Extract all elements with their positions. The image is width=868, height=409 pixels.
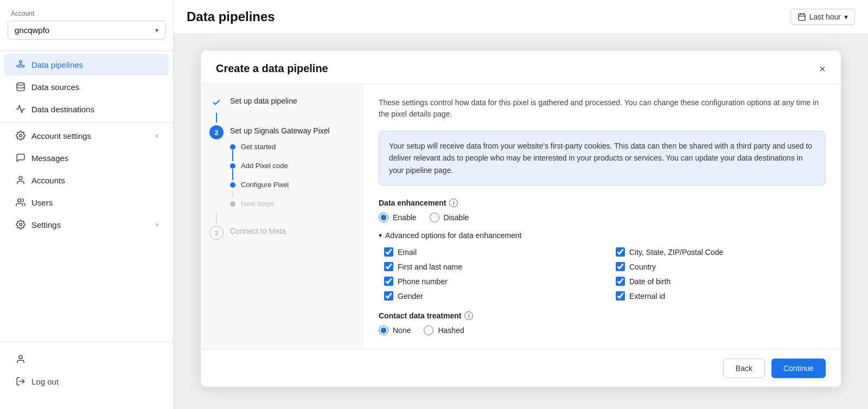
radio-disable-input[interactable]: [430, 213, 439, 222]
svg-point-6: [19, 355, 22, 359]
chevron-down-icon: ▾: [155, 27, 158, 34]
step-3: 3 Connect to Meta: [209, 225, 354, 240]
modal-body: Set up data pipeline 2 Set up Signals Ga…: [201, 84, 841, 349]
svg-point-4: [18, 199, 21, 202]
sidebar-item-data-sources[interactable]: Data sources: [4, 76, 169, 98]
radio-hashed-label: Hashed: [438, 326, 464, 335]
destination-icon: [15, 104, 26, 114]
checkbox-city-state-zip[interactable]: City, State, ZIP/Postal Code: [616, 247, 826, 257]
contact-data-radio-group: None Hashed: [379, 325, 826, 335]
checkbox-email[interactable]: Email: [384, 247, 594, 257]
checkbox-gender-input[interactable]: [384, 291, 393, 301]
chevron-right-icon-2: ›: [156, 221, 158, 228]
gear-icon: [15, 220, 26, 229]
sidebar-item-label: Data sources: [31, 82, 79, 92]
step-2-indicator: 2: [209, 125, 224, 139]
checkbox-grid: Email City, State, ZIP/Postal Code First…: [379, 247, 826, 301]
radio-enable-input[interactable]: [379, 213, 388, 222]
sidebar-item-label: Log out: [31, 377, 59, 386]
checkbox-email-input[interactable]: [384, 247, 393, 257]
svg-point-5: [20, 223, 22, 226]
steps-panel: Set up data pipeline 2 Set up Signals Ga…: [201, 84, 363, 349]
page-title: Data pipelines: [187, 9, 275, 24]
checkbox-first-last-name[interactable]: First and last name: [384, 262, 594, 271]
radio-hashed[interactable]: Hashed: [424, 325, 464, 335]
step-3-label: Connect to Meta: [230, 225, 286, 235]
checkbox-first-last-name-input[interactable]: [384, 262, 393, 271]
svg-point-2: [20, 135, 22, 137]
radio-disable[interactable]: Disable: [430, 213, 469, 222]
advanced-toggle[interactable]: ▾ Advanced options for data enhancement: [379, 231, 826, 240]
sub-step-label-3: Configure Pixel: [241, 181, 289, 189]
sidebar-item-label: Data destinations: [31, 105, 94, 114]
content-description: These settings control how data for this…: [379, 97, 826, 120]
sidebar-item-messages[interactable]: Messages: [4, 147, 169, 169]
main-header: Data pipelines Last hour ▾: [174, 0, 868, 34]
sidebar-item-account-settings[interactable]: Account settings ›: [4, 125, 169, 146]
checkbox-dob[interactable]: Date of birth: [616, 277, 826, 286]
sidebar-bottom: Log out: [0, 342, 173, 398]
step-2-label: Set up Signals Gateway Pixel: [230, 125, 330, 135]
logout-icon: [15, 376, 26, 386]
radio-none-input[interactable]: [379, 325, 388, 335]
sidebar-item-label: Accounts: [31, 176, 65, 185]
main-content: Create a data pipeline × Set up data pip…: [174, 34, 868, 409]
content-panel: These settings control how data for this…: [363, 84, 841, 349]
sub-step-dot-4: [230, 201, 235, 207]
sub-step-dot-2: [230, 163, 235, 169]
sub-step-get-started: Get started: [230, 143, 354, 151]
sidebar-item-users[interactable]: Users: [4, 191, 169, 213]
radio-hashed-input[interactable]: [424, 325, 433, 335]
sidebar-item-logout[interactable]: Log out: [4, 370, 169, 392]
close-button[interactable]: ×: [819, 63, 826, 74]
sidebar-item-settings[interactable]: Settings ›: [4, 214, 169, 235]
checkbox-phone-input[interactable]: [384, 277, 393, 286]
step-1-connector: [216, 113, 217, 123]
checkbox-dob-label: Date of birth: [629, 277, 671, 286]
sidebar-item-label: Data pipelines: [31, 60, 83, 69]
radio-none[interactable]: None: [379, 325, 411, 335]
sidebar-divider: [0, 50, 173, 51]
main-area: Data pipelines Last hour ▾ Create a data…: [174, 0, 868, 409]
data-enhancement-radio-group: Enable Disable: [379, 213, 826, 222]
modal-title: Create a data pipeline: [216, 62, 328, 75]
checkbox-country[interactable]: Country: [616, 262, 826, 271]
account-selector[interactable]: gncqwpfo ▾: [8, 21, 165, 40]
sub-connector-3: [232, 191, 233, 197]
message-icon: [15, 153, 26, 163]
sidebar-item-data-destinations[interactable]: Data destinations: [4, 98, 169, 120]
account-icon: [15, 175, 26, 185]
modal-header: Create a data pipeline ×: [201, 50, 841, 84]
pipeline-icon: [15, 60, 26, 69]
sub-step-label-1: Get started: [241, 143, 276, 151]
sidebar-item-profile[interactable]: [4, 348, 169, 370]
sub-step-dot-1: [230, 144, 235, 150]
sub-step-label-2: Add Pixel code: [241, 162, 288, 170]
sub-step-next: Next steps: [230, 200, 354, 208]
time-selector[interactable]: Last hour ▾: [790, 9, 855, 25]
checkbox-external-id[interactable]: External id: [616, 291, 826, 301]
sidebar-nav: Data pipelines Data sources Data destina…: [0, 53, 173, 336]
step-1-label: Set up data pipeline: [230, 95, 297, 105]
checkbox-dob-input[interactable]: [616, 277, 625, 286]
step-2: 2 Set up Signals Gateway Pixel: [209, 125, 354, 139]
radio-enable[interactable]: Enable: [379, 213, 417, 222]
checkbox-phone[interactable]: Phone number: [384, 277, 594, 286]
radio-disable-label: Disable: [444, 213, 469, 222]
sidebar-item-label: Users: [31, 198, 53, 207]
sidebar-item-accounts[interactable]: Accounts: [4, 169, 169, 191]
advanced-toggle-label: Advanced options for data enhancement: [385, 231, 521, 240]
checkbox-phone-label: Phone number: [398, 277, 448, 286]
chevron-down-icon-3: ▾: [379, 232, 382, 239]
checkbox-external-id-input[interactable]: [616, 291, 625, 301]
checkbox-country-input[interactable]: [616, 262, 625, 271]
sidebar-item-data-pipelines[interactable]: Data pipelines: [4, 54, 169, 75]
radio-enable-label: Enable: [393, 213, 417, 222]
info-box: Your setup will receive data from your w…: [379, 131, 826, 186]
continue-button[interactable]: Continue: [771, 359, 826, 378]
back-button[interactable]: Back: [723, 359, 765, 378]
sidebar-item-label: Account settings: [31, 131, 91, 140]
checkbox-city-state-zip-input[interactable]: [616, 247, 625, 257]
sidebar: Account gncqwpfo ▾ Data pipelines Data s…: [0, 0, 174, 409]
checkbox-gender[interactable]: Gender: [384, 291, 594, 301]
